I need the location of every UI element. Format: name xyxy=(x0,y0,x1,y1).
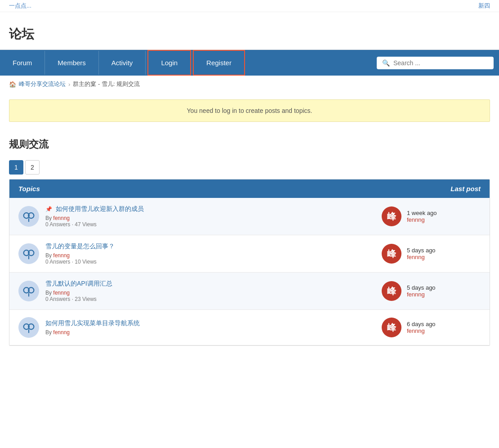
nav-activity[interactable]: Activity xyxy=(99,51,146,75)
last-post-author-1[interactable]: fennng xyxy=(407,216,437,223)
top-bar-right-link[interactable]: 新四 xyxy=(478,2,490,10)
topic-info: 雪儿默认的API调用汇总 By fennng 0 Answers · 23 Vi… xyxy=(45,280,382,302)
col-topics: Topics xyxy=(18,185,40,193)
table-row: 如何用雪儿实现菜单目录导航系统 By fennng 峰 6 days ago f… xyxy=(9,310,490,345)
topic-icon xyxy=(18,281,39,301)
topic-author-4[interactable]: fennng xyxy=(53,329,70,336)
topic-meta-2: By fennng 0 Answers · 10 Views xyxy=(45,252,382,265)
last-post-4: 峰 6 days ago fennng xyxy=(382,318,481,337)
topic-meta-1: By fennng 0 Answers · 47 Views xyxy=(45,215,382,228)
last-post-author-2[interactable]: fennng xyxy=(407,254,436,260)
breadcrumb-sep: › xyxy=(68,81,70,88)
topic-title-3[interactable]: 雪儿默认的API调用汇总 xyxy=(45,280,112,287)
last-post-time-1: 1 week ago xyxy=(407,210,437,216)
topic-icon xyxy=(18,317,39,338)
table-row: 📌 如何使用雪儿欢迎新入群的成员 By fennng 0 Answers · 4… xyxy=(9,198,490,235)
top-bar-left-link[interactable]: 一点点... xyxy=(9,2,31,10)
page-header: 论坛 xyxy=(0,12,499,50)
last-post-time-4: 6 days ago xyxy=(407,321,436,327)
navbar: Forum Members Activity Login Register 🔍 xyxy=(0,50,499,76)
search-input[interactable] xyxy=(393,59,488,67)
nav-login[interactable]: Login xyxy=(147,50,191,76)
avatar-1: 峰 xyxy=(382,206,401,226)
topic-title-2[interactable]: 雪儿的变量是怎么回事？ xyxy=(45,242,115,250)
nav-members[interactable]: Members xyxy=(45,51,99,75)
pagination: 1 2 xyxy=(0,156,499,179)
pin-icon: 📌 xyxy=(45,206,52,212)
last-post-time-2: 5 days ago xyxy=(407,247,436,254)
topic-author-1[interactable]: fennng xyxy=(53,215,70,221)
last-post-info-1: 1 week ago fennng xyxy=(407,210,437,223)
last-post-2: 峰 5 days ago fennng xyxy=(382,244,481,264)
alert-box: You need to log in to create posts and t… xyxy=(9,99,490,122)
nav-forum[interactable]: Forum xyxy=(0,51,45,75)
alert-message: You need to log in to create posts and t… xyxy=(187,107,312,114)
topic-info: 📌 如何使用雪儿欢迎新入群的成员 By fennng 0 Answers · 4… xyxy=(45,205,382,228)
avatar-4: 峰 xyxy=(382,318,401,337)
col-last-post: Last post xyxy=(450,185,481,193)
page-2-button[interactable]: 2 xyxy=(25,160,40,175)
topic-info: 如何用雪儿实现菜单目录导航系统 By fennng xyxy=(45,319,382,336)
last-post-3: 峰 5 days ago fennng xyxy=(382,281,481,301)
topic-title-4[interactable]: 如何用雪儿实现菜单目录导航系统 xyxy=(45,319,140,327)
last-post-author-4[interactable]: fennng xyxy=(407,327,436,334)
last-post-info-4: 6 days ago fennng xyxy=(407,321,436,334)
topic-stats-2: 0 Answers · 10 Views xyxy=(45,259,97,265)
last-post-info-2: 5 days ago fennng xyxy=(407,247,436,260)
page-title: 论坛 xyxy=(9,26,490,43)
topic-author-3[interactable]: fennng xyxy=(53,290,70,296)
last-post-time-3: 5 days ago xyxy=(407,284,436,291)
topic-icon xyxy=(18,243,39,264)
avatar-2: 峰 xyxy=(382,244,401,264)
table-row: 雪儿默认的API调用汇总 By fennng 0 Answers · 23 Vi… xyxy=(9,273,490,310)
breadcrumb: 🏠 峰哥分享交流论坛 › 群主的窠 - 雪儿: 规则交流 xyxy=(0,76,499,93)
search-icon: 🔍 xyxy=(382,59,390,67)
last-post-info-3: 5 days ago fennng xyxy=(407,284,436,298)
topic-info: 雪儿的变量是怎么回事？ By fennng 0 Answers · 10 Vie… xyxy=(45,242,382,265)
nav-register[interactable]: Register xyxy=(193,50,245,76)
table-header: Topics Last post xyxy=(9,179,490,198)
topic-icon xyxy=(18,206,39,227)
table-row: 雪儿的变量是怎么回事？ By fennng 0 Answers · 10 Vie… xyxy=(9,235,490,273)
topic-stats-1: 0 Answers · 47 Views xyxy=(45,221,97,228)
last-post-1: 峰 1 week ago fennng xyxy=(382,206,481,226)
avatar-3: 峰 xyxy=(382,281,401,301)
topic-author-2[interactable]: fennng xyxy=(53,252,70,259)
breadcrumb-current: 群主的窠 - 雪儿: 规则交流 xyxy=(73,80,140,88)
topic-stats-3: 0 Answers · 23 Views xyxy=(45,296,97,302)
section-title: 规则交流 xyxy=(0,129,499,156)
top-bar: 一点点... 新四 xyxy=(0,0,499,12)
last-post-author-3[interactable]: fennng xyxy=(407,291,436,298)
topic-title-1[interactable]: 如何使用雪儿欢迎新入群的成员 xyxy=(56,205,144,212)
home-icon: 🏠 xyxy=(9,81,16,88)
forum-table: Topics Last post 📌 如何使用雪儿欢迎新入群的成员 By fen… xyxy=(9,179,490,346)
topic-meta-3: By fennng 0 Answers · 23 Views xyxy=(45,290,382,302)
page-1-button[interactable]: 1 xyxy=(9,160,23,175)
search-box: 🔍 xyxy=(377,57,494,69)
breadcrumb-home[interactable]: 峰哥分享交流论坛 xyxy=(19,80,66,88)
navbar-search-container: 🔍 xyxy=(371,53,499,73)
topic-meta-4: By fennng xyxy=(45,329,382,336)
